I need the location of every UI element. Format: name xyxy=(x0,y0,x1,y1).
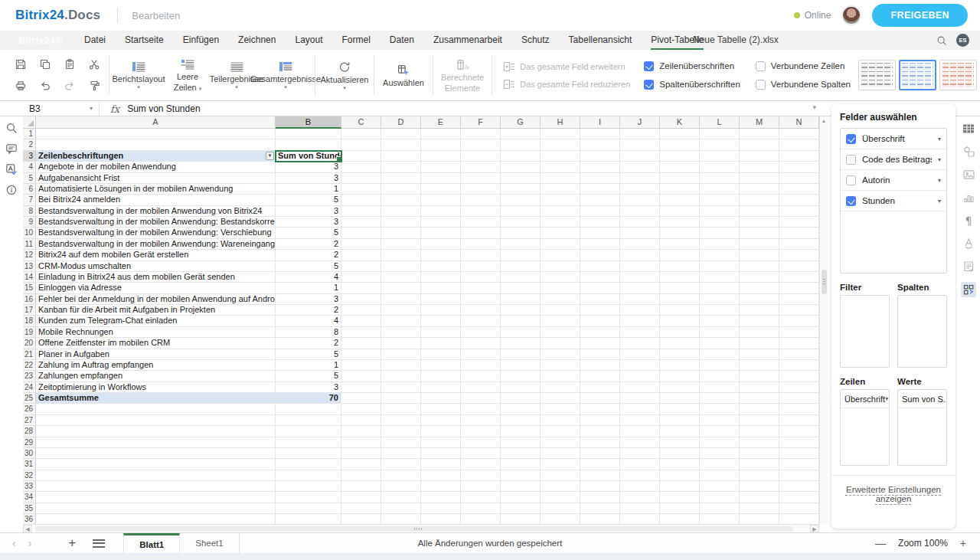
cell-N23[interactable] xyxy=(779,371,819,382)
cell-H18[interactable] xyxy=(541,316,580,326)
next-sheet-icon[interactable]: › xyxy=(28,537,32,549)
cell-C4[interactable] xyxy=(341,162,381,172)
cell-M13[interactable] xyxy=(740,261,779,272)
cell-F3[interactable] xyxy=(461,151,501,162)
row-header-8[interactable]: 8 xyxy=(23,206,36,217)
row-header-27[interactable]: 27 xyxy=(23,415,36,426)
cell-E20[interactable] xyxy=(421,338,461,349)
cell-M33[interactable] xyxy=(740,481,779,492)
cell-B26[interactable] xyxy=(276,404,341,414)
cell-G7[interactable] xyxy=(501,195,541,205)
vertical-scrollbar[interactable]: ▲ xyxy=(819,116,828,524)
cell-I30[interactable] xyxy=(580,448,620,459)
cell-M23[interactable] xyxy=(740,371,779,382)
cell-L9[interactable] xyxy=(700,217,740,228)
cell-A11[interactable]: Bestandsverwaltung in der mobilen Anwend… xyxy=(36,239,276,250)
cell-E29[interactable] xyxy=(421,437,461,448)
row-header-19[interactable]: 19 xyxy=(23,327,36,338)
cell-K10[interactable] xyxy=(660,228,700,238)
cell-name-box[interactable]: B3 ▾ xyxy=(23,102,100,116)
cell-L35[interactable] xyxy=(700,503,740,514)
save-icon[interactable] xyxy=(11,57,31,72)
cell-N24[interactable] xyxy=(779,382,819,393)
cell-J5[interactable] xyxy=(620,173,660,184)
cell-H3[interactable] xyxy=(541,151,580,162)
cell-M25[interactable] xyxy=(740,393,779,404)
row-header-23[interactable]: 23 xyxy=(23,371,36,382)
cell-N17[interactable] xyxy=(779,305,819,316)
cell-D9[interactable] xyxy=(381,217,421,228)
cell-G11[interactable] xyxy=(501,239,541,250)
cell-E2[interactable] xyxy=(421,139,461,150)
column-header-N[interactable]: N xyxy=(779,116,819,129)
cell-D24[interactable] xyxy=(381,382,421,393)
cell-H31[interactable] xyxy=(541,459,580,470)
row-header-14[interactable]: 14 xyxy=(23,272,36,283)
cell-D26[interactable] xyxy=(381,404,421,414)
cell-K28[interactable] xyxy=(660,426,700,437)
cell-C14[interactable] xyxy=(341,272,381,283)
cell-H27[interactable] xyxy=(541,415,580,426)
row-header-20[interactable]: 20 xyxy=(23,338,36,349)
cell-N10[interactable] xyxy=(779,228,819,238)
cell-F19[interactable] xyxy=(461,327,501,338)
cell-K19[interactable] xyxy=(660,327,700,338)
zoom-in-button[interactable]: + xyxy=(960,537,966,549)
cell-B34[interactable] xyxy=(276,492,341,503)
cell-C16[interactable] xyxy=(341,294,381,305)
cell-J24[interactable] xyxy=(620,382,660,393)
cell-L18[interactable] xyxy=(700,316,740,326)
menu-item-zusammenarbeit[interactable]: Zusammenarbeit xyxy=(433,31,502,50)
cell-J26[interactable] xyxy=(620,404,660,414)
redo-icon[interactable] xyxy=(60,78,80,93)
menu-item-einf-gen[interactable]: Einfügen xyxy=(183,31,219,50)
cell-I18[interactable] xyxy=(580,316,620,326)
cell-I31[interactable] xyxy=(580,459,620,470)
cell-B21[interactable]: 5 xyxy=(276,349,341,360)
field--berschrift[interactable]: Überschrift▾ xyxy=(841,129,946,149)
cell-G12[interactable] xyxy=(501,250,541,260)
cell-K34[interactable] xyxy=(660,492,700,503)
cell-C27[interactable] xyxy=(341,415,381,426)
copy-icon[interactable] xyxy=(35,57,55,72)
cell-J15[interactable] xyxy=(620,283,660,293)
cell-J34[interactable] xyxy=(620,492,660,503)
cell-B36[interactable] xyxy=(276,514,341,524)
cell-F2[interactable] xyxy=(461,139,501,150)
cell-E12[interactable] xyxy=(421,250,461,260)
cell-B16[interactable]: 3 xyxy=(276,294,341,305)
cell-H5[interactable] xyxy=(541,173,580,184)
cell-M6[interactable] xyxy=(740,184,779,195)
cell-L23[interactable] xyxy=(700,371,740,382)
cell-E7[interactable] xyxy=(421,195,461,205)
cell-E13[interactable] xyxy=(421,261,461,272)
cell-F15[interactable] xyxy=(461,283,501,293)
cell-I27[interactable] xyxy=(580,415,620,426)
name-box-caret-icon[interactable]: ▾ xyxy=(90,106,93,111)
row-header-6[interactable]: 6 xyxy=(23,184,36,195)
cell-K33[interactable] xyxy=(660,481,700,492)
cell-G27[interactable] xyxy=(501,415,541,426)
cell-F26[interactable] xyxy=(461,404,501,414)
cell-D29[interactable] xyxy=(381,437,421,448)
paste-icon[interactable] xyxy=(60,57,80,72)
vertical-scroll-thumb[interactable] xyxy=(822,270,827,294)
search-icon[interactable] xyxy=(936,35,947,46)
cell-M36[interactable] xyxy=(740,514,779,524)
cell-M19[interactable] xyxy=(740,327,779,338)
cell-H32[interactable] xyxy=(541,470,580,481)
row-header-9[interactable]: 9 xyxy=(23,217,36,228)
cell-J32[interactable] xyxy=(620,470,660,481)
cell-D28[interactable] xyxy=(381,426,421,437)
cell-L33[interactable] xyxy=(700,481,740,492)
cell-D27[interactable] xyxy=(381,415,421,426)
cell-B18[interactable]: 4 xyxy=(276,316,341,326)
cell-B12[interactable]: 2 xyxy=(276,250,341,260)
cell-J18[interactable] xyxy=(620,316,660,326)
cell-L14[interactable] xyxy=(700,272,740,283)
text-art-settings-icon[interactable] xyxy=(961,236,976,251)
cell-G26[interactable] xyxy=(501,404,541,414)
cell-C33[interactable] xyxy=(341,481,381,492)
user-initials-badge[interactable]: ES xyxy=(956,34,969,47)
cell-G20[interactable] xyxy=(501,338,541,349)
